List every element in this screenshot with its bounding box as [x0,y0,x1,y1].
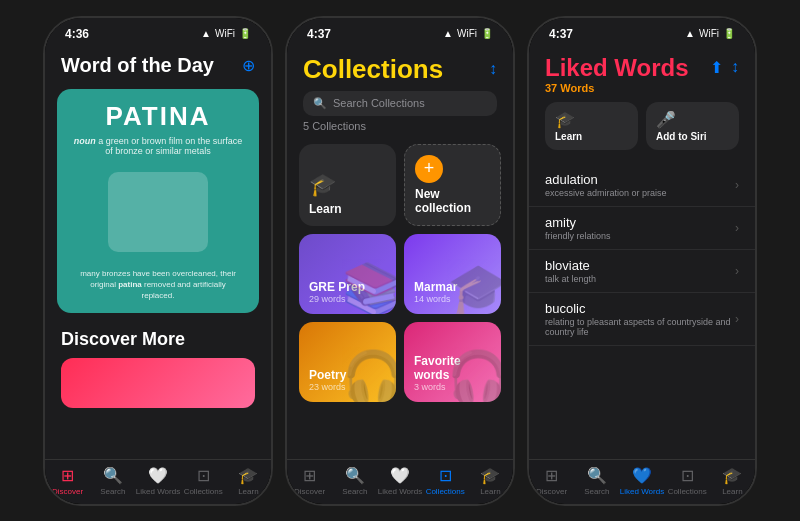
discover-more-section: Discover More [45,319,271,412]
collection-new[interactable]: + New collection [404,144,501,226]
status-icons-1: ▲ WiFi 🔋 [201,28,251,39]
wifi-icon-2: WiFi [457,28,477,39]
marmar-bg-icon: 🎓 [447,260,501,314]
siri-action-btn[interactable]: 🎤 Add to Siri [646,102,739,150]
p1-header: Word of the Day ⊕ [45,46,271,83]
word-name-bucolic: bucolic [545,301,735,316]
learn-action-label: Learn [555,131,582,142]
tab-label-learn-1: Learn [238,487,258,496]
tab-label-learn-2: Learn [480,487,500,496]
word-def-bucolic: relating to pleasant aspects of countrys… [545,317,735,337]
collection-learn[interactable]: 🎓 Learn [299,144,396,226]
tab-collections-3[interactable]: ⊡ Collections [665,466,710,496]
word-row-adulation[interactable]: adulation excessive admiration or praise… [529,164,755,207]
discover-icon: ⊞ [61,466,74,485]
tab-label-search-1: Search [100,487,125,496]
tab-learn-1[interactable]: 🎓 Learn [226,466,271,496]
collections-icon-tab-2: ⊡ [439,466,452,485]
siri-action-icon: 🎤 [656,110,676,129]
tab-liked-1[interactable]: 🤍 Liked Words [135,466,180,496]
tab-discover-2[interactable]: ⊞ Discover [287,466,332,496]
gre-count: 29 words [309,294,346,304]
learn-action-btn[interactable]: 🎓 Learn [545,102,638,150]
tab-label-coll-2: Collections [426,487,465,496]
p2-main-content: Collections ↕ 🔍 Search Collections 5 Col… [287,46,513,459]
collection-gre[interactable]: 📚 GRE Prep 29 words [299,234,396,314]
tab-label-coll-1: Collections [184,487,223,496]
tab-discover-3[interactable]: ⊞ Discover [529,466,574,496]
word-info-adulation: adulation excessive admiration or praise [545,172,667,198]
word-name-amity: amity [545,215,611,230]
time-1: 4:36 [65,27,89,41]
tab-label-discover-1: Discover [52,487,83,496]
tab-search-1[interactable]: 🔍 Search [90,466,135,496]
heart-icon-tab-2: 🤍 [390,466,410,485]
collection-marmar[interactable]: 🎓 Marmar 14 words [404,234,501,314]
sort-icon-liked[interactable]: ↕ [731,58,739,77]
signal-icon: ▲ [201,28,211,39]
word-info-bloviate: bloviate talk at length [545,258,596,284]
discover-icon-2: ⊞ [303,466,316,485]
tab-search-3[interactable]: 🔍 Search [574,466,619,496]
discover-icon-3: ⊞ [545,466,558,485]
chevron-icon-amity: › [735,221,739,235]
sort-icon[interactable]: ↕ [489,60,497,78]
liked-heading: Liked Words [545,54,689,82]
liked-word-count: 37 Words [545,82,739,94]
word-list: adulation excessive admiration or praise… [529,164,755,346]
tab-liked-2[interactable]: 🤍 Liked Words [377,466,422,496]
learn-coll-name: Learn [309,202,342,216]
collections-icon-tab-3: ⊡ [681,466,694,485]
tab-collections-1[interactable]: ⊡ Collections [181,466,226,496]
p2-header: Collections ↕ 🔍 Search Collections 5 Col… [299,46,501,144]
fav-count: 3 words [414,382,446,392]
liked-header-icons: ⬆ ↕ [710,58,739,77]
search-icon-tab-3: 🔍 [587,466,607,485]
wotd-card: PATINA noun a green or brown film on the… [57,89,259,314]
wifi-icon-3: WiFi [699,28,719,39]
poetry-bg-icon: 🎧 [342,348,396,402]
tab-bar-3: ⊞ Discover 🔍 Search 💙 Liked Words ⊡ Coll… [529,459,755,504]
collection-poetry[interactable]: 🎧 Poetry 23 words [299,322,396,402]
chevron-icon-bucolic: › [735,312,739,326]
tab-learn-2[interactable]: 🎓 Learn [468,466,513,496]
discover-card[interactable] [61,358,255,408]
tab-collections-2[interactable]: ⊡ Collections [423,466,468,496]
heart-icon-tab-3: 💙 [632,466,652,485]
tab-liked-3[interactable]: 💙 Liked Words [619,466,664,496]
share-icon[interactable]: ⬆ [710,58,723,77]
signal-icon-2: ▲ [443,28,453,39]
tab-label-liked-1: Liked Words [136,487,180,496]
circle-icon[interactable]: ⊕ [242,56,255,75]
new-coll-name: New collection [415,187,490,215]
word-info-bucolic: bucolic relating to pleasant aspects of … [545,301,735,337]
marmar-count: 14 words [414,294,451,304]
tab-bar-2: ⊞ Discover 🔍 Search 🤍 Liked Words ⊡ Coll… [287,459,513,504]
poetry-count: 23 words [309,382,346,392]
tab-label-discover-3: Discover [536,487,567,496]
poetry-name: Poetry [309,368,346,382]
p1-main-content: Word of the Day ⊕ PATINA noun a green or… [45,46,271,459]
word-row-bloviate[interactable]: bloviate talk at length › [529,250,755,293]
search-icon-tab-2: 🔍 [345,466,365,485]
p3-header: Liked Words ⬆ ↕ 37 Words 🎓 Learn [529,46,755,164]
new-coll-plus: + [415,155,443,183]
tab-search-2[interactable]: 🔍 Search [332,466,377,496]
wotd-pos: noun a green or brown film on the surfac… [69,136,247,156]
search-bar[interactable]: 🔍 Search Collections [303,91,497,116]
learn-coll-icon: 🎓 [309,172,336,198]
battery-icon: 🔋 [239,28,251,39]
tab-discover-1[interactable]: ⊞ Discover [45,466,90,496]
collections-grid: 🎓 Learn + New collection 📚 GRE Prep 29 w… [299,144,501,402]
learn-icon-tab-2: 🎓 [480,466,500,485]
tab-label-search-3: Search [584,487,609,496]
tab-learn-3[interactable]: 🎓 Learn [710,466,755,496]
siri-action-label: Add to Siri [656,131,707,142]
word-row-amity[interactable]: amity friendly relations › [529,207,755,250]
word-row-bucolic[interactable]: bucolic relating to pleasant aspects of … [529,293,755,346]
p3-main-content: Liked Words ⬆ ↕ 37 Words 🎓 Learn [529,46,755,459]
heart-icon-tab: 🤍 [148,466,168,485]
search-placeholder: Search Collections [333,97,425,109]
wotd-tile-decoration [108,172,208,252]
collection-favorite[interactable]: 🎧 Favorite words 3 words [404,322,501,402]
